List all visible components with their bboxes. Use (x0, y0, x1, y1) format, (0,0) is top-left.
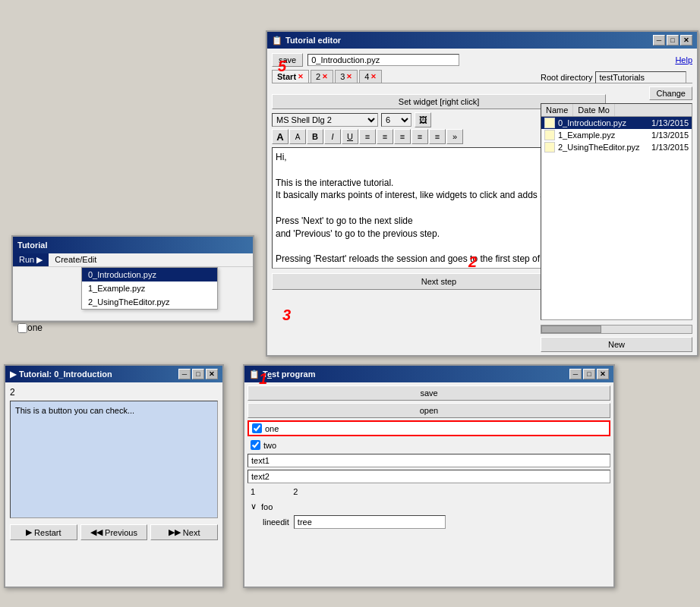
submenu-item-0[interactable]: 0_Introduction.pyz (82, 268, 217, 281)
lineedit-input[interactable] (294, 515, 446, 529)
file-icon-1 (544, 130, 555, 140)
file-name-0: 0_Introduction.pyz (558, 118, 626, 127)
player-body: 2 This is a button you can check... ▶ Re… (5, 382, 222, 545)
test-program-window: 📋 Test program ─ □ ✕ save 1 open one two (243, 364, 615, 588)
text1-input[interactable] (248, 454, 610, 467)
tutorial-editor-title: Tutorial editor (285, 36, 341, 45)
tab-2-close[interactable]: ✕ (322, 73, 328, 80)
tutorial-editor-title-bar: 📋 Tutorial editor ─ □ ✕ (267, 32, 697, 49)
format-underline-button[interactable]: U (342, 129, 358, 144)
test-body: save 1 open one two 1 2 ∨ foo (244, 382, 613, 532)
file-icon-0 (544, 118, 555, 128)
text2-input[interactable] (248, 470, 610, 483)
tutorial-player-title: Tutorial: 0_Introduction (19, 370, 112, 379)
image-button[interactable]: 🖼 (415, 112, 431, 127)
one-checkbox-label: one (27, 322, 43, 333)
file-date-2: 1/13/2015 (651, 143, 689, 152)
one-checkbox[interactable] (17, 323, 27, 333)
file-date-0: 1/13/2015 (651, 118, 689, 127)
player-maximize-button[interactable]: □ (192, 369, 204, 379)
tree-numbers-row: 1 2 (248, 486, 610, 498)
file-item-0[interactable]: 0_Introduction.pyz 1/13/2015 (541, 117, 692, 129)
test-close-button[interactable]: ✕ (597, 369, 609, 379)
previous-button[interactable]: ◀◀ Previous (80, 524, 148, 540)
menu-item-create-edit[interactable]: Create/Edit (49, 253, 102, 266)
format-more-button[interactable]: » (446, 129, 463, 144)
format-align-right-button[interactable]: ≡ (394, 129, 411, 144)
tree-collapse-icon[interactable]: ∨ (251, 502, 257, 511)
one-checkbox-row: one (248, 420, 610, 436)
red-label-3: 3 (282, 307, 291, 324)
format-bold-button[interactable]: B (307, 129, 323, 144)
file-list-container: Name Date Mo 0_Introduction.pyz 1/13/201… (541, 103, 692, 320)
test-maximize-button[interactable]: □ (583, 369, 595, 379)
help-link[interactable]: Help (675, 55, 692, 64)
test-program-title: Test program (263, 370, 316, 379)
test-program-title-bar: 📋 Test program ─ □ ✕ (244, 366, 613, 382)
format-italic-button[interactable]: I (324, 129, 341, 144)
file-list-header: Name Date Mo (541, 104, 692, 117)
restart-button[interactable]: ▶ Restart (10, 524, 77, 540)
maximize-button[interactable]: □ (667, 35, 679, 46)
tab-2[interactable]: 2 ✕ (311, 70, 333, 83)
root-directory-label: Root directory (541, 73, 592, 82)
file-name-2: 2_UsingTheEditor.pyz (558, 143, 640, 152)
tree-number-1: 1 (251, 487, 255, 496)
restart-label: Restart (34, 528, 61, 537)
file-name-column-header: Name (541, 104, 573, 116)
font-select[interactable]: MS Shell Dlg 2 (272, 113, 378, 127)
test-two-checkbox[interactable] (251, 440, 260, 450)
test-two-label: two (263, 441, 276, 450)
scrollbar-thumb[interactable] (541, 326, 601, 333)
player-minimize-button[interactable]: ─ (178, 369, 191, 379)
tutorial-menu-window: Tutorial Run ▶ Create/Edit 0_Introductio… (11, 235, 254, 322)
next-button[interactable]: ▶▶ Next (150, 524, 218, 540)
previous-icon: ◀◀ (90, 527, 102, 537)
tutorial-editor-window: 📋 Tutorial editor ─ □ ✕ save Help Start … (266, 30, 698, 357)
title-bar-left: 📋 Tutorial editor (272, 36, 341, 46)
test-tree: ∨ foo (248, 500, 610, 513)
tab-4-close[interactable]: ✕ (370, 73, 377, 80)
tree-label-foo: foo (261, 502, 273, 511)
new-button[interactable]: New (541, 337, 692, 352)
format-align-left-button[interactable]: ≡ (359, 129, 376, 144)
file-list-scrollbar[interactable] (541, 325, 692, 334)
save-button[interactable]: save (272, 53, 303, 67)
format-align-justify-button[interactable]: ≡ (411, 129, 428, 144)
format-indent-button[interactable]: ≡ (429, 129, 446, 144)
test-one-checkbox[interactable] (252, 423, 262, 433)
file-name-1: 1_Example.pyz (558, 131, 615, 140)
format-a-large-button[interactable]: A (272, 129, 289, 144)
tab-start-close[interactable]: ✕ (298, 73, 304, 80)
change-button[interactable]: Change (649, 86, 692, 100)
format-align-center-button[interactable]: ≡ (377, 129, 393, 144)
file-item-1[interactable]: 1_Example.pyz 1/13/2015 (541, 129, 692, 141)
filename-input[interactable] (307, 54, 459, 66)
tutorial-player-controls-bar: ─ □ ✕ (178, 369, 218, 379)
size-select[interactable]: 6 (381, 113, 411, 127)
submenu-item-1[interactable]: 1_Example.pyz (82, 281, 217, 295)
tab-start[interactable]: Start ✕ (272, 70, 309, 83)
format-a-small-button[interactable]: A (289, 129, 306, 144)
test-program-title-left: 📋 Test program (249, 370, 316, 379)
tab-4-label: 4 (364, 72, 369, 81)
tutorial-menu-title: Tutorial (17, 241, 48, 250)
submenu-item-2[interactable]: 2_UsingTheEditor.pyz (82, 295, 217, 309)
close-button[interactable]: ✕ (680, 35, 692, 46)
title-bar-controls: ─ □ ✕ (653, 35, 692, 46)
minimize-button[interactable]: ─ (653, 35, 665, 46)
menu-bottom: one (13, 320, 253, 335)
tab-3[interactable]: 3 ✕ (335, 70, 358, 83)
test-minimize-button[interactable]: ─ (569, 369, 582, 379)
test-save-button[interactable]: save (248, 385, 610, 401)
file-icon-2 (544, 142, 555, 153)
player-close-button[interactable]: ✕ (206, 369, 218, 379)
root-directory-input[interactable] (595, 71, 686, 83)
tab-4[interactable]: 4 ✕ (359, 70, 382, 83)
tab-3-close[interactable]: ✕ (346, 73, 352, 80)
menu-item-run[interactable]: Run ▶ (13, 253, 49, 266)
window-icon: 📋 (272, 36, 282, 46)
test-open-button[interactable]: open (248, 403, 610, 418)
file-item-2[interactable]: 2_UsingTheEditor.pyz 1/13/2015 (541, 141, 692, 153)
tree-number-2: 2 (293, 487, 298, 496)
